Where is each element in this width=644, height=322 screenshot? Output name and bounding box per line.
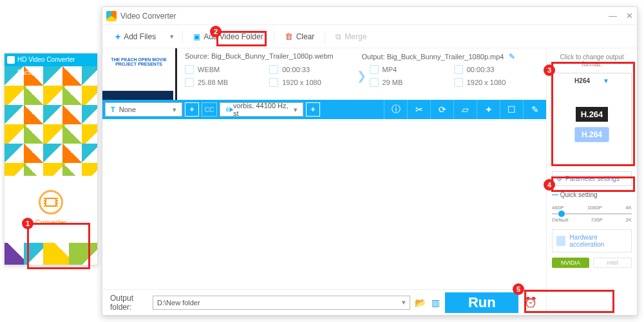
browse-folder-button[interactable]: 📂 (414, 296, 426, 310)
merge-label: Merge (345, 32, 366, 41)
item-edit-bar: T None ▾ + CC 🕪 vorbis, 44100 Hz, st ▾ +… (102, 100, 546, 119)
film-icon (39, 190, 63, 214)
video-thumbnail: THE PEACH OPEN MOVIE PROJECT PRESENTS (102, 48, 177, 100)
converter-tile-label: Converter (35, 218, 66, 226)
hd-factory-footer-art (5, 243, 97, 265)
hd-factory-art (5, 66, 97, 176)
folder-icon: ▣ (193, 32, 200, 41)
subtitle-select[interactable]: T None ▾ (105, 102, 182, 117)
format-icon (370, 65, 379, 74)
size-icon (370, 78, 379, 87)
output-filename: Big_Buck_Bunny_Trailer_1080p.mp4 (387, 53, 504, 61)
chevron-down-icon: ▼ (603, 77, 609, 84)
output-folder-field[interactable]: D:\New folder▾ (153, 296, 410, 310)
resolution-icon (454, 78, 463, 87)
annotation-badge-5: 5 (513, 283, 524, 295)
audio-track-select[interactable]: 🕪 vorbis, 44100 Hz, st ▾ (220, 102, 303, 117)
codec-badge-dark: H.264 (576, 107, 609, 122)
effects-icon[interactable]: ✦ (477, 100, 500, 119)
output-label: Output: (362, 53, 385, 61)
add-files-button[interactable]: + Add Files (109, 29, 162, 44)
cc-button[interactable]: CC (202, 102, 217, 117)
video-converter-window: Video Converter — ✕ + Add Files ▼ ▣ Add … (102, 6, 638, 316)
annotation-badge-2: 2 (210, 26, 222, 37)
rotate-icon[interactable]: ⟳ (430, 100, 453, 119)
output-folder-label: Output folder: (110, 294, 149, 312)
schedule-icon[interactable]: ⏰ (522, 296, 538, 308)
codec-badge-blue: H.264 (574, 127, 609, 142)
app-logo-icon (106, 11, 117, 21)
close-button[interactable]: ✕ (626, 11, 633, 21)
source-filename: Big_Buck_Bunny_Trailer_1080p.webm (211, 52, 334, 60)
clock-icon (454, 65, 463, 74)
quick-setting-label: Quick setting (552, 191, 632, 198)
chip-icon (556, 236, 565, 246)
resolution-icon (269, 78, 278, 87)
crop-icon[interactable]: ▱ (453, 100, 477, 119)
clock-icon (269, 65, 278, 74)
add-files-dropdown[interactable]: ▼ (165, 33, 178, 40)
trash-icon: 🗑 (285, 32, 293, 41)
sliders-icon: ⚙ (556, 175, 562, 182)
rename-icon[interactable]: ✎ (509, 52, 515, 61)
merge-icon: ⧉ (336, 32, 341, 41)
source-info: WEBM 00:00:33 25.88 MB 1920 x 1080 (185, 65, 354, 87)
add-folder-button[interactable]: ▣ Add Video Folder (187, 30, 270, 44)
open-folder-button[interactable]: ▥ (430, 296, 441, 310)
size-icon (185, 78, 194, 87)
add-audio-button[interactable]: + (306, 102, 320, 117)
source-label: Source: (185, 52, 209, 60)
run-button[interactable]: Run (445, 292, 518, 313)
hardware-accel-toggle[interactable]: Hardware acceleration (552, 229, 632, 252)
format-name: H264 (574, 77, 590, 84)
annotation-badge-4: 4 (544, 179, 555, 191)
minimize-button[interactable]: — (609, 11, 617, 21)
clear-label: Clear (296, 32, 315, 41)
quick-setting-slider[interactable]: 480P1080P4K Default720P2K (552, 205, 632, 224)
video-item[interactable]: THE PEACH OPEN MOVIE PROJECT PRESENTS So… (102, 48, 546, 100)
nvidia-button[interactable]: NVIDIA (552, 258, 589, 268)
window-title: Video Converter (120, 12, 176, 21)
clear-button[interactable]: 🗑 Clear (278, 29, 321, 44)
format-hint: Click to change output format: (552, 53, 632, 68)
annotation-badge-1: 1 (22, 218, 33, 229)
output-format-chooser[interactable]: H264 ▼ H.264 H.264 (552, 73, 632, 166)
edit-icon[interactable]: ✎ (523, 100, 546, 119)
trim-icon[interactable]: ✂ (407, 100, 430, 119)
slider-knob[interactable] (558, 211, 565, 217)
info-icon[interactable]: ⓘ (384, 100, 407, 119)
add-files-label: Add Files (124, 32, 156, 41)
hd-factory-title: HD Video Converter Factory (5, 53, 97, 66)
speaker-icon: 🕪 (225, 105, 233, 114)
intel-button[interactable]: Intel (593, 258, 632, 268)
arrow-icon: ❯ (354, 65, 370, 87)
footer-bar: Output folder: D:\New folder▾ 📂 ▥ Run ⏰ (102, 289, 546, 315)
side-panel: Click to change output format: H264 ▼ H.… (547, 48, 637, 315)
plus-icon: + (115, 32, 120, 42)
toolbar: + Add Files ▼ ▣ Add Video Folder 🗑 Clear… (102, 25, 637, 48)
parameter-settings-button[interactable]: ⚙ Parameter settings (552, 171, 632, 186)
watermark-icon[interactable]: ☐ (500, 100, 523, 119)
hd-factory-window: HD Video Converter Factory Converter (4, 53, 98, 265)
titlebar: Video Converter — ✕ (102, 7, 637, 25)
format-icon (185, 65, 194, 74)
add-subtitle-button[interactable]: + (185, 102, 199, 117)
annotation-badge-3: 3 (544, 64, 555, 76)
output-info: MP4 00:00:33 29 MB 1920 x 1080 (370, 65, 539, 87)
merge-button[interactable]: ⧉ Merge (329, 30, 373, 44)
video-list-area: THE PEACH OPEN MOVIE PROJECT PRESENTS So… (102, 48, 547, 315)
